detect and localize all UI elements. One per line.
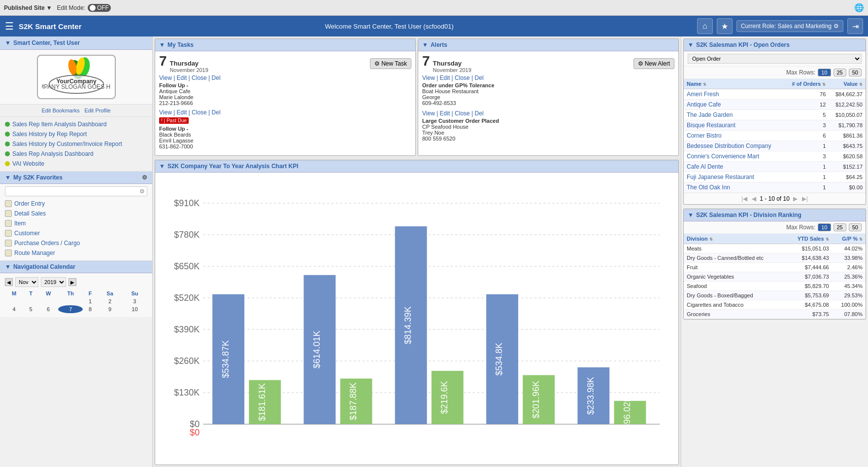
order-name-link[interactable]: Bedessee Distribution Company xyxy=(687,143,771,149)
cal-day-cell[interactable]: 8 xyxy=(83,305,98,313)
cal-day-cell[interactable]: 3 xyxy=(122,297,147,305)
task-action-link[interactable]: Del xyxy=(212,109,221,116)
sidebar-nav-link[interactable]: Sales Rep Analysis Dashboard xyxy=(5,149,147,159)
order-name-link[interactable]: Corner Bistro xyxy=(687,132,722,139)
home-button[interactable]: ⌂ xyxy=(697,18,713,34)
open-orders-row: The Jade Garden5$10,050.07 xyxy=(684,110,866,120)
cal-year-select[interactable]: 2017201820192020 xyxy=(41,277,66,287)
page-last-btn[interactable]: ▶| xyxy=(801,195,809,202)
cal-day-cell[interactable]: 9 xyxy=(98,305,122,313)
task-action-link[interactable]: View xyxy=(159,74,172,81)
favorites-search-input[interactable] xyxy=(5,186,147,196)
cal-day-cell[interactable]: 10 xyxy=(122,305,147,313)
cal-prev-btn[interactable]: ◀ xyxy=(5,278,13,286)
div-rows-10-btn[interactable]: 10 xyxy=(818,223,831,231)
order-name-link[interactable]: Connie's Convenience Mart xyxy=(687,153,759,160)
cal-day-cell[interactable]: 5 xyxy=(23,305,38,313)
nav-link-dot xyxy=(5,122,10,127)
cal-next-btn[interactable]: ▶ xyxy=(68,278,76,286)
sidebar-nav-link[interactable]: Sales History by Customer/Invoice Report xyxy=(5,139,147,149)
alert-action-link[interactable]: Close xyxy=(455,74,470,81)
cal-day-cell[interactable]: 4 xyxy=(5,305,23,313)
hamburger-menu[interactable]: ☰ xyxy=(5,20,14,32)
order-name-link[interactable]: Ameri Fresh xyxy=(687,91,719,98)
favorites-gear-icon[interactable]: ⚙ xyxy=(142,174,147,181)
page-prev-btn[interactable]: ◀ xyxy=(751,195,757,202)
open-order-type-select[interactable]: Open Order xyxy=(688,54,862,64)
favorite-item[interactable]: Order Entry xyxy=(5,199,147,209)
favorite-item[interactable]: Detail Sales xyxy=(5,209,147,218)
sidebar-nav-link[interactable]: Sales Rep Item Analysis Dashboard xyxy=(5,119,147,129)
alert-action-link[interactable]: Edit xyxy=(440,110,450,117)
favorite-item[interactable]: Purchase Orders / Cargo xyxy=(5,238,147,248)
rows-50-btn[interactable]: 50 xyxy=(849,69,862,76)
chart-title: S2K Company Year To Year Analysis Chart … xyxy=(167,163,299,170)
div-col-gp[interactable]: G/P % ⇅ xyxy=(832,234,866,244)
tasks-title: My Tasks xyxy=(167,41,194,48)
cal-day-cell[interactable]: 2 xyxy=(98,297,122,305)
globe-icon: 🌐 xyxy=(854,3,864,12)
cal-month-select[interactable]: JanFebMarAprMayJunJulAugSepOctNovDec xyxy=(15,277,38,287)
alert-action-link[interactable]: Del xyxy=(475,110,484,117)
alert-action-link[interactable]: View xyxy=(422,74,435,81)
page-first-btn[interactable]: |◀ xyxy=(740,195,748,202)
rows-25-btn[interactable]: 25 xyxy=(834,69,846,76)
kpi-controls: Open Order xyxy=(684,51,866,67)
alert-action-link[interactable]: View xyxy=(422,110,435,117)
new-task-button[interactable]: ⚙ New Task xyxy=(370,58,411,69)
task-action-link[interactable]: Edit xyxy=(177,74,187,81)
task-action-link[interactable]: Close xyxy=(192,74,207,81)
order-name-link[interactable]: Antique Cafe xyxy=(687,101,721,108)
published-site-btn[interactable]: Published Site ▼ xyxy=(4,4,52,11)
favorite-item[interactable]: Item xyxy=(5,218,147,228)
task-phone: 212-213-9666 xyxy=(159,100,411,106)
task-action-link[interactable]: Close xyxy=(192,109,207,116)
rows-10-btn[interactable]: 10 xyxy=(818,69,831,76)
favorite-item[interactable]: Customer xyxy=(5,228,147,238)
cal-day-cell[interactable]: 1 xyxy=(83,297,98,305)
nav-cal-arrow: ▼ xyxy=(5,263,11,270)
sidebar-nav-link[interactable]: Sales History by Rep Report xyxy=(5,129,147,139)
logout-button[interactable]: ⇥ xyxy=(847,18,863,34)
order-name-link[interactable]: Cafe Al Dente xyxy=(687,163,723,170)
alert-action-link[interactable]: Edit xyxy=(440,74,450,81)
order-count-cell: 3 xyxy=(784,120,829,131)
action-separator: | xyxy=(172,74,177,81)
new-alert-button[interactable]: ⚙ New Alert xyxy=(634,58,674,69)
task-action-link[interactable]: Edit xyxy=(177,109,187,116)
col-orders[interactable]: # of Orders ⇅ xyxy=(784,79,829,89)
navigational-calendar-header[interactable]: ▼ Navigational Calendar xyxy=(0,261,152,273)
task-action-link[interactable]: View xyxy=(159,109,172,116)
order-name-cell: Fuji Japanese Restaurant xyxy=(684,172,784,182)
my-s2k-favorites-header[interactable]: ▼ My S2K Favorites ⚙ xyxy=(0,172,152,184)
cal-day-cell[interactable]: 7 xyxy=(58,305,82,313)
cal-day-cell[interactable]: 6 xyxy=(38,305,59,313)
sidebar-nav-link[interactable]: VAI Website xyxy=(5,159,147,169)
published-site-label: Published Site xyxy=(4,4,45,11)
favorite-item[interactable]: Route Manager xyxy=(5,248,147,258)
edit-profile-link[interactable]: Edit Profile xyxy=(84,108,110,113)
division-ytd-cell: $5,829.70 xyxy=(786,282,832,291)
div-col-division[interactable]: Division ⇅ xyxy=(684,234,786,244)
div-rows-25-btn[interactable]: 25 xyxy=(834,223,846,231)
company-logo-area: YourCompany COMPANY SLOGAN GOES HERE xyxy=(0,50,152,105)
favorites-button[interactable]: ★ xyxy=(717,18,733,34)
order-name-link[interactable]: The Jade Garden xyxy=(687,111,733,118)
favorites-search-gear[interactable]: ⚙ xyxy=(139,188,145,195)
div-rows-50-btn[interactable]: 50 xyxy=(849,223,862,231)
current-role-selector[interactable]: Current Role: Sales and Marketing ⚙ xyxy=(736,20,843,32)
edit-bookmarks-link[interactable]: Edit Bookmarks xyxy=(41,108,79,113)
task-action-link[interactable]: Del xyxy=(212,74,221,81)
page-next-btn[interactable]: ▶ xyxy=(792,195,799,202)
col-value[interactable]: Value ⇅ xyxy=(829,79,866,89)
favorite-item-icon xyxy=(5,230,12,237)
task-item: View | Edit | Close | DelFollow Up -Anti… xyxy=(159,74,411,106)
alert-action-link[interactable]: Del xyxy=(475,74,484,81)
order-name-link[interactable]: Bisque Restaurant xyxy=(687,122,735,129)
col-name[interactable]: Name ⇅ xyxy=(684,79,784,89)
edit-mode-toggle[interactable]: OFF xyxy=(88,4,111,12)
alert-action-link[interactable]: Close xyxy=(455,110,470,117)
order-name-link[interactable]: The Old Oak Inn xyxy=(687,184,730,191)
div-col-ytd[interactable]: YTD Sales ⇅ xyxy=(786,234,832,244)
order-name-link[interactable]: Fuji Japanese Restaurant xyxy=(687,174,754,180)
